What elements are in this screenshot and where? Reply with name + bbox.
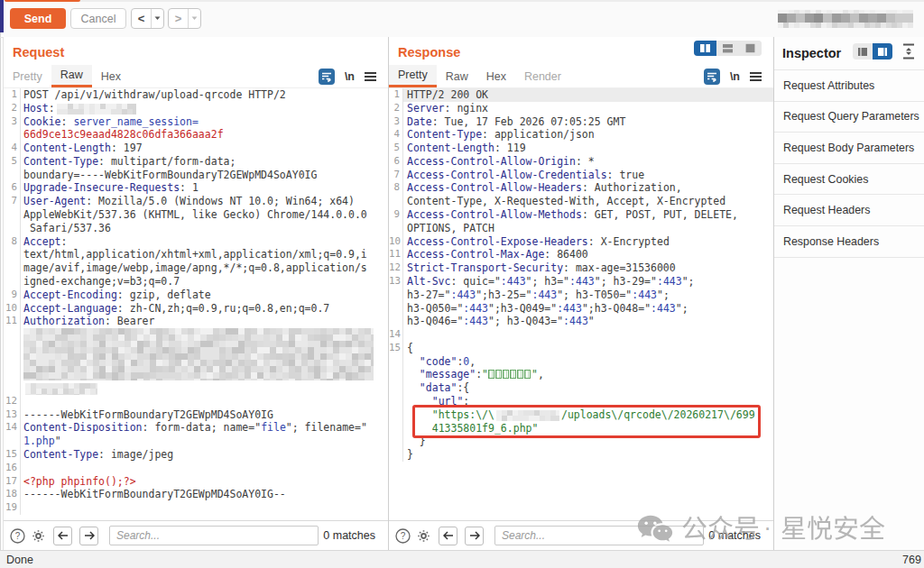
help-icon[interactable]: ?	[394, 527, 411, 544]
search-settings-gear-icon[interactable]	[30, 527, 46, 544]
search-next-button[interactable]	[79, 527, 98, 545]
code-line: Content-Type, X-Requested-With, Accept, …	[389, 195, 773, 208]
response-panel: Response PrettyRawHexRender \n	[389, 37, 773, 550]
newline-toggle-icon[interactable]: \n	[345, 70, 355, 83]
code-text: "url":	[403, 395, 773, 408]
back-dropdown-button[interactable]	[152, 9, 163, 28]
redacted-text	[25, 383, 97, 395]
inspector-header: Inspector	[774, 37, 924, 69]
line-number	[4, 328, 21, 381]
layout-columns-button[interactable]	[694, 41, 716, 56]
code-line: }	[389, 435, 773, 448]
code-text: Access-Control-Expose-Headers: X-Encrypt…	[403, 235, 773, 249]
code-text: "data":{	[403, 381, 773, 395]
code-line: 9Accept-Encoding: gzip, deflate	[4, 289, 388, 302]
response-search-input[interactable]	[494, 526, 704, 545]
code-text: ------WebKitFormBoundaryT2GEWpMD4SoAY0IG…	[21, 488, 388, 501]
code-line: 19	[4, 501, 388, 515]
line-number: 11	[4, 315, 21, 328]
code-line: "url":	[389, 395, 773, 408]
cancel-button[interactable]: Cancel	[70, 8, 126, 29]
forward-button[interactable]: >	[169, 9, 189, 28]
line-number: 3	[389, 115, 403, 129]
inspector-section-request-headers[interactable]: Request Headers	[774, 195, 924, 226]
forward-dropdown-button[interactable]	[189, 9, 200, 28]
code-text: boundary=----WebKitFormBoundaryT2GEWpMD4…	[21, 169, 388, 182]
code-line: 7Access-Control-Allow-Credentials: true	[389, 169, 773, 182]
chevron-down-icon	[191, 16, 198, 21]
unrenderable-char-box	[510, 370, 516, 379]
code-text: User-Agent: Mozilla/5.0 (Windows NT 10.0…	[21, 195, 388, 208]
code-line: igned-exchange;v=b3;q=0.7	[4, 275, 388, 289]
code-text: Content-Type, X-Requested-With, Accept, …	[403, 195, 773, 208]
code-line: text/html,application/xhtml+xml,applicat…	[4, 248, 388, 261]
editor-menu-icon[interactable]	[750, 72, 762, 81]
code-text: Access-Control-Allow-Methods: GET, POST,…	[403, 208, 773, 222]
code-text: Cookie: server_name_session=	[21, 115, 388, 129]
response-tab-render[interactable]: Render	[515, 65, 570, 87]
editor-menu-icon[interactable]	[365, 72, 376, 81]
response-tab-raw[interactable]: Raw	[437, 65, 477, 87]
newline-toggle-icon[interactable]: \n	[730, 70, 740, 83]
code-text: h3-27=":443";h3-25=":443"; h3-T050=":443…	[403, 289, 773, 302]
back-button[interactable]: <	[132, 9, 152, 28]
layout-single-button[interactable]	[739, 41, 762, 56]
word-wrap-icon[interactable]	[704, 69, 720, 85]
request-tab-pretty[interactable]: Pretty	[4, 65, 51, 87]
arrow-left-icon	[58, 531, 69, 540]
line-number	[4, 222, 21, 235]
line-number: 6	[389, 155, 403, 169]
request-tab-raw[interactable]: Raw	[51, 65, 92, 87]
code-text: "message":"",	[403, 368, 773, 381]
line-number: 2	[389, 102, 403, 115]
line-number	[4, 435, 21, 448]
status-bytes: 769 bytes	[902, 554, 924, 566]
layout-toggle-group	[694, 41, 762, 56]
code-text: Authorization: Bearer	[21, 315, 388, 328]
response-tab-pretty[interactable]: Pretty	[389, 65, 437, 87]
request-editor[interactable]: 1POST /api/v1/withdraw/upload-qrcode HTT…	[4, 88, 388, 520]
inspector-panel-view-button[interactable]	[873, 43, 892, 60]
line-number: 12	[389, 261, 403, 275]
request-search-matches: 0 matches	[323, 529, 375, 542]
code-line: 5Content-Length: 119	[389, 142, 773, 155]
status-message: Done	[6, 554, 33, 566]
inspector-list-view-button[interactable]	[853, 43, 873, 60]
inspector-section-request-query-parameters[interactable]: Request Query Parameters	[774, 102, 924, 133]
inspector-section-request-body-parameters[interactable]: Request Body Parameters	[774, 133, 924, 164]
code-line: 11Access-Control-Max-Age: 86400	[389, 248, 773, 261]
request-search-input[interactable]	[109, 526, 319, 545]
request-panel: Request PrettyRawHex \n 1POST /api/v1/wi…	[3, 37, 388, 550]
code-line: 1.php"	[4, 435, 388, 448]
inspector-view-toggles	[853, 43, 892, 60]
word-wrap-icon[interactable]	[319, 69, 335, 85]
inspector-title: Inspector	[782, 46, 841, 60]
search-previous-button[interactable]	[439, 527, 457, 545]
code-line: 3Cookie: server_name_session=	[4, 115, 388, 129]
line-number	[4, 208, 21, 222]
line-number: 17	[4, 475, 21, 489]
search-settings-gear-icon[interactable]	[415, 527, 431, 544]
history-back-group: <	[131, 8, 164, 29]
line-number: 12	[4, 395, 21, 408]
inspector-section-request-cookies[interactable]: Request Cookies	[774, 164, 924, 196]
send-button[interactable]: Send	[10, 8, 66, 29]
code-line	[4, 381, 388, 395]
code-line: Safari/537.36	[4, 222, 388, 235]
search-previous-button[interactable]	[53, 527, 72, 545]
code-text: Content-Type: multipart/form-data;	[21, 155, 388, 169]
list-view-icon	[857, 47, 868, 57]
help-icon[interactable]: ?	[9, 527, 25, 544]
collapse-expand-icon[interactable]	[902, 43, 915, 60]
request-tab-hex[interactable]: Hex	[92, 65, 130, 87]
inspector-section-response-headers[interactable]: Response Headers	[774, 226, 924, 258]
inspector-section-request-attributes[interactable]: Request Attributes	[774, 70, 924, 102]
response-tab-hex[interactable]: Hex	[477, 65, 515, 87]
code-text: Access-Control-Allow-Credentials: true	[403, 169, 773, 182]
window-left-border	[0, 32, 1, 568]
response-editor[interactable]: 1HTTP/2 200 OK2Server: nginx3Date: Tue, …	[389, 88, 773, 520]
code-text: AppleWebKit/537.36 (KHTML, like Gecko) C…	[21, 208, 388, 222]
layout-rows-button[interactable]	[716, 41, 739, 56]
code-line: 14Content-Disposition: form-data; name="…	[4, 421, 388, 435]
search-next-button[interactable]	[465, 527, 484, 545]
